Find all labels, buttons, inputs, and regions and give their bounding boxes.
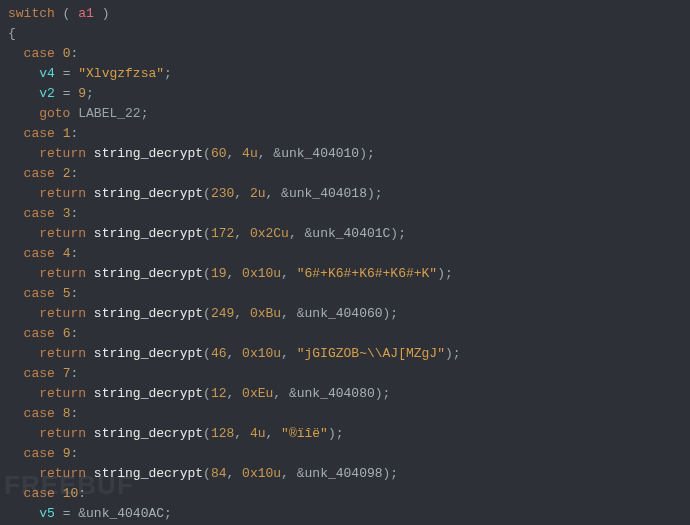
- keyword-case: case: [24, 46, 55, 61]
- var: v2: [39, 86, 55, 101]
- number-literal: 0x10u: [242, 466, 281, 481]
- string-literal: "®ïîë": [281, 426, 328, 441]
- symbol-ref: unk_404018: [289, 186, 367, 201]
- keyword-case: case: [24, 326, 55, 341]
- keyword-case: case: [24, 206, 55, 221]
- var: v5: [39, 506, 55, 521]
- number-literal: 9: [78, 86, 86, 101]
- symbol-ref: unk_404010: [281, 146, 359, 161]
- keyword-goto: goto: [39, 106, 70, 121]
- keyword-return: return: [39, 466, 86, 481]
- function-name: string_decrypt: [94, 266, 203, 281]
- code-line: switch ( a1 ): [8, 4, 690, 24]
- number-literal: 0x2Cu: [250, 226, 289, 241]
- keyword-case: case: [24, 486, 55, 501]
- code-line: goto LABEL_22;: [8, 104, 690, 124]
- code-line: return string_decrypt(249, 0xBu, &unk_40…: [8, 304, 690, 324]
- code-line: case 1:: [8, 124, 690, 144]
- keyword-return: return: [39, 266, 86, 281]
- code-line: case 9:: [8, 444, 690, 464]
- string-literal: "Xlvgzfzsa": [78, 66, 164, 81]
- keyword-switch: switch: [8, 6, 55, 21]
- code-line: case 3:: [8, 204, 690, 224]
- function-name: string_decrypt: [94, 226, 203, 241]
- number-literal: 0xBu: [250, 306, 281, 321]
- code-line: return string_decrypt(12, 0xEu, &unk_404…: [8, 384, 690, 404]
- code-line: v2 = 9;: [8, 84, 690, 104]
- keyword-case: case: [24, 246, 55, 261]
- keyword-return: return: [39, 346, 86, 361]
- keyword-case: case: [24, 406, 55, 421]
- code-line: return string_decrypt(19, 0x10u, "6#+K6#…: [8, 264, 690, 284]
- code-line: case 2:: [8, 164, 690, 184]
- string-literal: "6#+K6#+K6#+K6#+K": [297, 266, 437, 281]
- code-line: v5 = &unk_4040AC;: [8, 504, 690, 524]
- function-name: string_decrypt: [94, 146, 203, 161]
- code-line: case 0:: [8, 44, 690, 64]
- string-literal: "jGIGZOB~\\AJ[MZgJ": [297, 346, 445, 361]
- keyword-case: case: [24, 166, 55, 181]
- number-literal: 172: [211, 226, 234, 241]
- keyword-return: return: [39, 146, 86, 161]
- code-line: return string_decrypt(84, 0x10u, &unk_40…: [8, 464, 690, 484]
- label-ref: LABEL_22: [78, 106, 140, 121]
- number-literal: 230: [211, 186, 234, 201]
- number-literal: 0x10u: [242, 266, 281, 281]
- code-line: return string_decrypt(230, 2u, &unk_4040…: [8, 184, 690, 204]
- number-literal: 0x10u: [242, 346, 281, 361]
- case-number: 10: [63, 486, 79, 501]
- code-line: case 7:: [8, 364, 690, 384]
- keyword-case: case: [24, 286, 55, 301]
- keyword-return: return: [39, 306, 86, 321]
- number-literal: 4u: [242, 146, 258, 161]
- keyword-case: case: [24, 446, 55, 461]
- keyword-return: return: [39, 186, 86, 201]
- keyword-return: return: [39, 386, 86, 401]
- number-literal: 46: [211, 346, 227, 361]
- symbol-ref: unk_404098: [305, 466, 383, 481]
- code-editor: switch ( a1 ){ case 0: v4 = "Xlvgzfzsa";…: [0, 0, 690, 525]
- function-name: string_decrypt: [94, 186, 203, 201]
- code-line: v4 = "Xlvgzfzsa";: [8, 64, 690, 84]
- function-name: string_decrypt: [94, 426, 203, 441]
- code-line: case 4:: [8, 244, 690, 264]
- function-name: string_decrypt: [94, 386, 203, 401]
- function-name: string_decrypt: [94, 346, 203, 361]
- symbol-ref: unk_40401C: [312, 226, 390, 241]
- code-line: case 5:: [8, 284, 690, 304]
- code-line: case 10:: [8, 484, 690, 504]
- keyword-case: case: [24, 366, 55, 381]
- symbol-ref: unk_404060: [305, 306, 383, 321]
- number-literal: 2u: [250, 186, 266, 201]
- symbol-ref: unk_4040AC: [86, 506, 164, 521]
- var: v4: [39, 66, 55, 81]
- number-literal: 19: [211, 266, 227, 281]
- code-line: return string_decrypt(60, 4u, &unk_40401…: [8, 144, 690, 164]
- code-line: {: [8, 24, 690, 44]
- number-literal: 0xEu: [242, 386, 273, 401]
- symbol-ref: unk_404080: [297, 386, 375, 401]
- code-line: case 6:: [8, 324, 690, 344]
- number-literal: 249: [211, 306, 234, 321]
- function-name: string_decrypt: [94, 306, 203, 321]
- number-literal: 84: [211, 466, 227, 481]
- keyword-case: case: [24, 126, 55, 141]
- keyword-return: return: [39, 226, 86, 241]
- switch-arg: a1: [78, 6, 94, 21]
- keyword-return: return: [39, 426, 86, 441]
- code-line: case 8:: [8, 404, 690, 424]
- number-literal: 4u: [250, 426, 266, 441]
- number-literal: 128: [211, 426, 234, 441]
- code-line: return string_decrypt(172, 0x2Cu, &unk_4…: [8, 224, 690, 244]
- number-literal: 60: [211, 146, 227, 161]
- code-line: return string_decrypt(46, 0x10u, "jGIGZO…: [8, 344, 690, 364]
- number-literal: 12: [211, 386, 227, 401]
- function-name: string_decrypt: [94, 466, 203, 481]
- code-line: return string_decrypt(128, 4u, "®ïîë");: [8, 424, 690, 444]
